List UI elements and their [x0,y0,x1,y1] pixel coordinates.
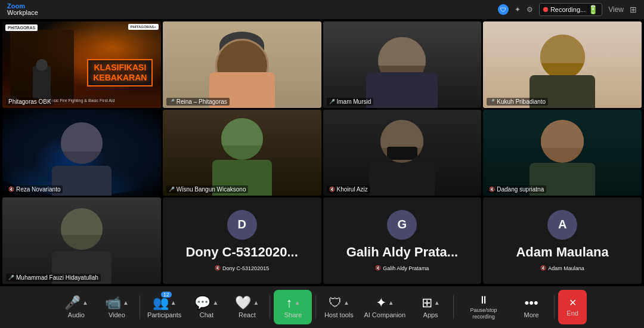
participant-label-reza: Reza Novarianto [16,186,60,193]
security-icon: 🛡 [498,4,509,15]
more-button[interactable]: ••• More [512,290,550,324]
video-cell-presentation: KLASIFIKASIKEBAKARAN Basic Fire Fighting… [2,21,161,108]
react-icon: 🤍 [235,296,251,310]
display-name-galih: Galih Aldy Prata... [342,245,463,260]
star-icon: ✦ [515,5,521,14]
participant-name-imam: 🎤 Imam Mursid [327,98,374,106]
video-cell-khoirul: 🔇 Khoirul Aziz [323,110,482,196]
participant-name-muhammad: 🎤 Muhammad Fauzi Hidayatullah [6,274,101,281]
end-button[interactable]: ✕ End [558,290,587,324]
audio-button[interactable]: 🎤 ▲ Audio [57,290,95,324]
participant-name-kukuh: 🎤 Kukuh Pribadianto [487,98,548,106]
video-cell-wisnu: 🎤 Wisnu Bangun Wicaksono [163,110,321,196]
top-bar: Zoom Workplace 🛡 ✦ ⚙ Recording... 🔋 View… [0,0,644,19]
top-right-controls: 🛡 ✦ ⚙ Recording... 🔋 View ⊞ [498,3,637,16]
share-icon: ↑ [286,296,292,310]
participant-label-imam: Imam Mursid [337,98,371,105]
participant-label-khoirul: Khoirul Aziz [337,186,368,193]
mic-icon-kukuh: 🎤 [489,99,495,104]
participants-label: Participants [147,311,181,318]
more-icon: ••• [525,296,538,310]
react-button[interactable]: 🤍 ▲ React [228,290,266,324]
ai-companion-label: AI Companion [364,311,405,318]
divider-4 [453,295,454,319]
zoom-logo: Zoom Workplace [7,3,38,16]
video-cell-galih: G Galih Aldy Prata... 🔇 Galih Aldy Prata… [323,197,482,284]
settings-icon: ⚙ [527,5,533,14]
participant-label-reina: Reina – Phitagoras [177,98,227,105]
participant-label: Phitagoras OBK [8,98,51,105]
chat-button[interactable]: 💬 ▲ Chat [187,290,225,324]
audio-chevron: ▲ [82,299,88,306]
mic-icon-muhammad: 🎤 [8,275,14,280]
divider-5 [554,295,555,319]
video-cell-reina: 🎤 Reina – Phitagoras [163,21,321,108]
workplace-brand: Workplace [7,10,38,16]
video-label: Video [109,311,125,318]
pause-stop-button[interactable]: ⏸ Pause/stop recording [457,290,510,324]
participants-icon: 👥 [153,296,169,310]
pause-stop-icon: ⏸ [478,295,489,305]
mic-icon-wisnu: 🎤 [169,187,175,192]
participant-label-kukuh: Kukuh Pribadianto [497,98,546,105]
view-label[interactable]: View [608,5,624,14]
mic-muted-dadang: 🔇 [489,187,495,192]
video-grid: KLASIFIKASIKEBAKARAN Basic Fire Fighting… [0,19,644,286]
participants-chevron: ▲ [171,299,177,306]
mic-muted-dony: 🔇 [215,265,221,271]
recording-badge[interactable]: Recording... 🔋 [539,3,602,16]
audio-label: Audio [68,311,85,318]
avatar-galih: G [387,210,417,240]
host-tools-icon: 🛡 [329,296,342,310]
video-cell-kukuh: 🎤 Kukuh Pribadianto [483,21,642,108]
host-tools-label: Host tools [324,311,354,318]
avatar-adam: A [547,210,577,240]
video-cell-imam: 🎤 Imam Mursid [323,21,482,108]
apps-label: Apps [423,311,438,318]
apps-icon: ⊞ [422,296,432,310]
react-chevron: ▲ [253,299,259,306]
avatar-dony: D [227,210,257,240]
participant-name-wisnu: 🎤 Wisnu Bangun Wicaksono [166,185,249,193]
participant-name-reza: 🔇 Reza Novarianto [6,185,63,193]
participants-button[interactable]: 👥 ▲ 12 Participants [144,290,185,324]
battery-icon: 🔋 [588,5,598,14]
participant-name-dadang: 🔇 Dadang supriatna [487,185,546,193]
mic-muted-galih: 🔇 [375,265,381,271]
recording-dot [543,7,548,12]
video-icon: 📹 [105,296,121,310]
pres-top-logo: PHITAGORAS+ [128,24,159,30]
video-cell-dony: D Dony C-5312020... 🔇 Dony C-531202015 [163,197,321,284]
share-label: Share [284,311,302,318]
presentation-title: KLASIFIKASIKEBAKARAN [93,63,147,83]
end-label: End [566,310,578,317]
video-button[interactable]: 📹 ▲ Video [98,290,136,324]
ai-companion-button[interactable]: ✦ ▲ AI Companion [360,290,409,324]
apps-chevron: ▲ [434,299,440,306]
audio-icon: 🎤 [64,296,80,310]
share-chevron: ▲ [294,299,300,306]
chat-label: Chat [200,311,213,318]
participant-name-adam: 🔇 Adam Maulana [538,265,587,272]
host-tools-button[interactable]: 🛡 ▲ Host tools [320,290,358,324]
more-label: More [524,311,539,318]
participant-label-muhammad: Muhammad Fauzi Hidayatullah [16,274,98,281]
video-cell-adam: A Adam Maulana 🔇 Adam Maulana [483,197,642,284]
video-chevron: ▲ [123,299,129,306]
video-cell-muhammad: 🎤 Muhammad Fauzi Hidayatullah [2,197,161,284]
recording-text: Recording... [550,6,586,13]
ai-companion-icon: ✦ [376,296,386,310]
mic-icon-imam: 🎤 [329,99,335,104]
grid-icon[interactable]: ⊞ [630,5,637,14]
participant-name-dony: 🔇 Dony C-531202015 [212,265,271,272]
participant-label-adam: Adam Maulana [548,265,584,271]
share-button[interactable]: ↑ ▲ Share [274,290,312,324]
apps-button[interactable]: ⊞ ▲ Apps [411,290,450,324]
mic-muted-reza: 🔇 [8,187,14,192]
video-cell-reza: 🔇 Reza Novarianto [2,110,161,196]
mic-icon-reina: 🎤 [169,99,175,104]
participants-badge: 12 [161,292,172,298]
mic-muted-adam: 🔇 [540,265,546,271]
toolbar: 🎤 ▲ Audio 📹 ▲ Video 👥 ▲ 12 Participants … [0,286,644,328]
participant-name-galih: 🔇 Galih Aldy Pratama [373,265,431,272]
